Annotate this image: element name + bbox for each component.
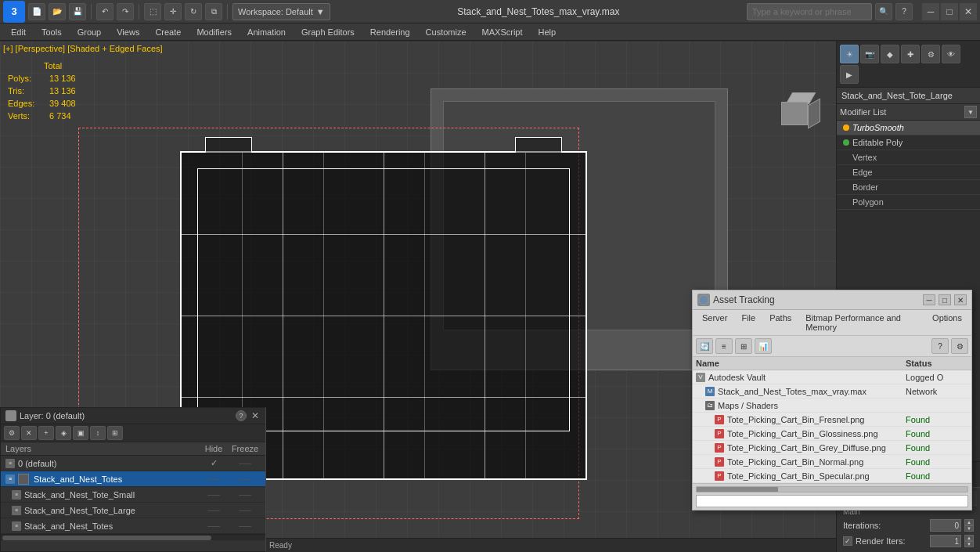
asset-list-btn[interactable]: ≡ [715,338,733,354]
asset-row-png5[interactable]: P Tote_Picking_Cart_Bin_Specular.png Fou… [693,469,971,483]
menu-tools[interactable]: Tools [34,23,70,41]
asset-menu-bitmap[interactable]: Bitmap Performance and Memory [799,312,924,334]
ts-iter-down[interactable]: ▼ [964,525,974,532]
save-btn[interactable]: 💾 [69,3,86,20]
layer-help-btn[interactable]: ? [236,410,247,421]
asset-row-maps[interactable]: 🗂 Maps / Shaders [693,399,971,413]
menu-group[interactable]: Group [70,23,110,41]
menu-edit[interactable]: Edit [3,23,34,41]
layer-row-4[interactable]: ≡ Stack_and_Nest_Totes ── ── [1,518,265,534]
select-btn[interactable]: ⬚ [144,3,161,20]
png2-status: Found [906,429,968,438]
ts-iterations-input[interactable] [930,519,961,532]
panel-icon-display[interactable]: 👁 [942,45,960,63]
asset-menu-file[interactable]: File [735,312,762,334]
asset-input-bar[interactable] [696,495,968,507]
panel-icon-camera[interactable]: 📷 [860,45,879,63]
asset-menu-bar: Server File Paths Bitmap Performance and… [693,310,971,336]
max-icon: M [705,387,715,396]
stack-item-border[interactable]: Border [837,180,980,195]
panel-icon-systems[interactable]: ⚙ [921,45,940,63]
panel-icon-helpers[interactable]: ✚ [901,45,920,63]
scale-btn[interactable]: ⧉ [205,3,222,20]
asset-menu-server[interactable]: Server [696,312,733,334]
layer-row-0[interactable]: ≡ 0 (default) ✓ ── [1,456,265,471]
asset-close-btn[interactable]: ✕ [954,294,967,305]
ts-riter-up[interactable]: ▲ [964,535,974,541]
close-btn[interactable]: ✕ [960,3,977,20]
stack-item-polygon[interactable]: Polygon [837,195,980,210]
asset-help-btn[interactable]: ? [931,338,949,354]
asset-row-png4[interactable]: P Tote_Picking_Cart_Bin_Normal.png Found [693,455,971,469]
menu-animation[interactable]: Animation [240,23,294,41]
layer-1-hide: ── [198,474,229,484]
stack-item-editable-poly[interactable]: Editable Poly [837,135,980,150]
asset-menu-options[interactable]: Options [926,312,968,334]
layer-tool-settings[interactable]: ⚙ [4,426,20,440]
panel-icon-motion[interactable]: ▶ [840,65,859,84]
ts-iter-up[interactable]: ▲ [964,519,974,525]
layer-tool-select-from[interactable]: ◈ [56,426,71,440]
modifier-list-dropdown[interactable]: ▼ [964,106,977,118]
asset-row-png1[interactable]: P Tote_Picking_Cart_Bin_Fresnel.png Foun… [693,413,971,427]
layer-tool-move[interactable]: ↕ [90,426,106,440]
layer-row-2-name: ≡ Stack_and_Nest_Tote_Small [12,490,198,500]
layer-row-3[interactable]: ≡ Stack_and_Nest_Tote_Large ── ── [1,503,265,518]
asset-grid-btn[interactable]: ⊞ [735,338,752,354]
stack-item-vertex[interactable]: Vertex [837,150,980,165]
asset-row-png2[interactable]: P Tote_Picking_Cart_Bin_Glossiness.png F… [693,427,971,441]
layer-scrollbar[interactable] [1,534,265,540]
layer-tool-add-to[interactable]: ▣ [73,426,88,440]
open-btn[interactable]: 📂 [49,3,66,20]
asset-minimize-btn[interactable]: ─ [923,294,935,305]
stack-item-turbosmooth[interactable]: TurboSmooth [837,121,980,135]
layer-toolbar: ⚙ ✕ + ◈ ▣ ↕ ⊞ [1,424,265,442]
search-btn[interactable]: 🔍 [875,3,892,20]
ts-render-iters-checkbox[interactable]: ✓ [843,536,852,546]
menu-customize[interactable]: Customize [418,23,474,41]
layer-row-2[interactable]: ≡ Stack_and_Nest_Tote_Small ── ── [1,487,265,503]
layer-tool-all[interactable]: ⊞ [107,426,123,440]
undo-btn[interactable]: ↶ [96,3,113,20]
maximize-btn[interactable]: □ [941,3,958,20]
panel-icon-geom[interactable]: ◆ [881,45,899,63]
panel-icon-light[interactable]: ☀ [840,45,859,63]
workspace-dropdown[interactable]: Workspace: Default ▼ [232,3,330,20]
png4-icon: P [715,457,724,467]
menu-views[interactable]: Views [109,23,147,41]
layer-tool-delete[interactable]: ✕ [21,426,37,440]
layer-4-hide: ── [198,521,229,531]
asset-row-max[interactable]: M Stack_and_Nest_Totes_max_vray.max Netw… [693,384,971,399]
asset-settings-btn[interactable]: ⚙ [951,338,968,354]
rotate-btn[interactable]: ↻ [185,3,202,20]
search-input[interactable] [747,3,872,20]
asset-menu-paths[interactable]: Paths [763,312,798,334]
asset-detail-btn[interactable]: 📊 [755,338,772,354]
menu-rendering[interactable]: Rendering [362,23,418,41]
layer-tool-add[interactable]: + [38,426,54,440]
menu-modifiers[interactable]: Modifiers [189,23,240,41]
new-btn[interactable]: 📄 [28,3,45,20]
png5-icon: P [715,471,724,481]
menu-help[interactable]: Help [531,23,564,41]
menu-maxscript[interactable]: MAXScript [474,23,531,41]
asset-maximize-btn[interactable]: □ [939,294,951,305]
redo-btn[interactable]: ↷ [117,3,134,20]
stack-item-edge[interactable]: Edge [837,165,980,180]
menu-graph-editors[interactable]: Graph Editors [294,23,362,41]
minimize-btn[interactable]: ─ [922,3,939,20]
move-btn[interactable]: ✛ [164,3,182,20]
ts-render-iters-input[interactable] [930,535,961,547]
layer-panel-title: Layer: 0 (default) ? ✕ [1,408,265,424]
asset-row-vault[interactable]: V Autodesk Vault Logged O [693,370,971,384]
menu-create[interactable]: Create [147,23,189,41]
layer-close-btn[interactable]: ✕ [250,410,261,421]
asset-progress [693,483,971,510]
asset-row-png3[interactable]: P Tote_Picking_Cart_Bin_Grey_Diffuse.png… [693,441,971,455]
asset-refresh-btn[interactable]: 🔄 [696,338,713,354]
help-btn[interactable]: ? [895,3,913,20]
view-cube[interactable] [781,92,828,139]
layer-row-1[interactable]: ≡ Stack_and_Nest_Totes ── ── [1,471,265,487]
window-controls: ─ □ ✕ [922,3,977,20]
ts-riter-down[interactable]: ▼ [964,541,974,547]
